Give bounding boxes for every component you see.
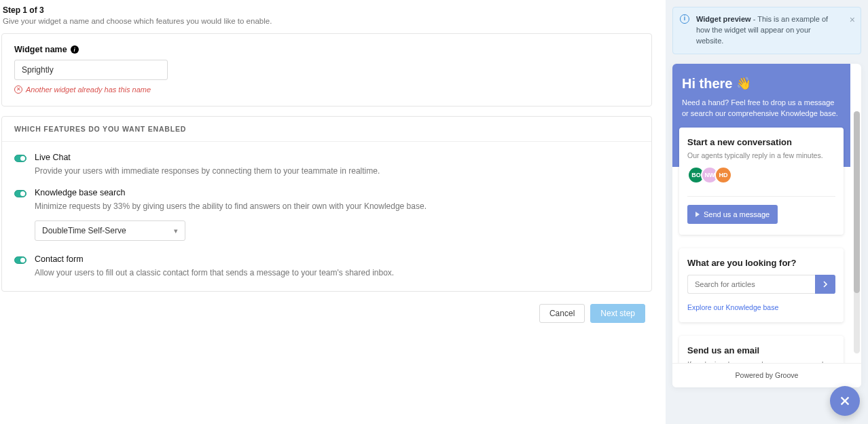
widget-close-fab[interactable] (830, 386, 860, 416)
send-icon (695, 212, 700, 217)
toggle-contact-form[interactable] (14, 256, 26, 264)
widget-greeting: Hi there (682, 76, 732, 92)
kb-select[interactable]: DoubleTime Self-Serve ▾ (35, 220, 185, 241)
powered-by: Powered by Groove (672, 363, 861, 387)
email-title: Send us an email (687, 345, 835, 355)
scrollbar-thumb[interactable] (854, 111, 860, 293)
conversation-sub: Our agents typically reply in a few minu… (687, 151, 835, 159)
widget-name-input[interactable] (14, 60, 168, 80)
widget-name-label: Widget name (14, 45, 67, 54)
step-subtitle: Give your widget a name and choose which… (3, 17, 652, 25)
widget-preview: Hi there 👋 Need a hand? Feel free to dro… (672, 64, 861, 387)
features-heading: WHICH FEATURES DO YOU WANT ENABLED (2, 117, 651, 142)
scrollbar-track[interactable] (854, 111, 860, 353)
search-go-button[interactable] (815, 275, 835, 294)
search-title: What are you looking for? (687, 258, 835, 268)
step-title: Step 1 of 3 (3, 5, 652, 15)
feature-title-live-chat: Live Chat (35, 153, 639, 162)
conversation-card: Start a new conversation Our agents typi… (679, 128, 844, 235)
feature-desc-live-chat: Provide your users with immediate respon… (35, 165, 639, 177)
close-icon (839, 395, 851, 407)
info-icon: i (680, 14, 689, 24)
send-message-label: Send us a message (704, 210, 770, 218)
search-input[interactable] (687, 275, 815, 294)
next-step-button[interactable]: Next step (590, 304, 645, 323)
toggle-live-chat[interactable] (14, 155, 26, 162)
avatar: HD (715, 166, 732, 184)
info-icon[interactable]: i (71, 45, 79, 54)
widget-greeting-sub: Need a hand? Feel free to drop us a mess… (682, 97, 841, 119)
email-card: Send us an email If you're in a hurry, s… (679, 336, 844, 363)
preview-banner: i Widget preview - This is an example of… (672, 7, 861, 54)
close-icon[interactable]: × (850, 13, 855, 26)
wave-icon: 👋 (736, 76, 751, 91)
toggle-kb-search[interactable] (14, 190, 26, 197)
chevron-down-icon: ▾ (174, 227, 178, 235)
search-card: What are you looking for? Explore our Kn… (679, 248, 844, 322)
widget-name-error: Another widget already has this name (26, 85, 151, 94)
kb-select-value: DoubleTime Self-Serve (42, 226, 126, 235)
error-icon: ✕ (14, 85, 22, 94)
divider (687, 196, 835, 197)
feature-desc-contact-form: Allow your users to fill out a classic c… (35, 267, 639, 279)
preview-banner-label: Widget preview (696, 15, 751, 23)
feature-desc-kb-search: Minimize requests by 33% by giving users… (35, 200, 639, 212)
kb-link[interactable]: Explore our Knowledge base (687, 303, 835, 311)
send-message-button[interactable]: Send us a message (687, 205, 778, 224)
conversation-title: Start a new conversation (687, 137, 835, 147)
chevron-right-icon (822, 281, 829, 288)
feature-title-kb-search: Knowledge base search (35, 188, 639, 197)
cancel-button[interactable]: Cancel (539, 304, 585, 323)
feature-title-contact-form: Contact form (35, 254, 639, 264)
